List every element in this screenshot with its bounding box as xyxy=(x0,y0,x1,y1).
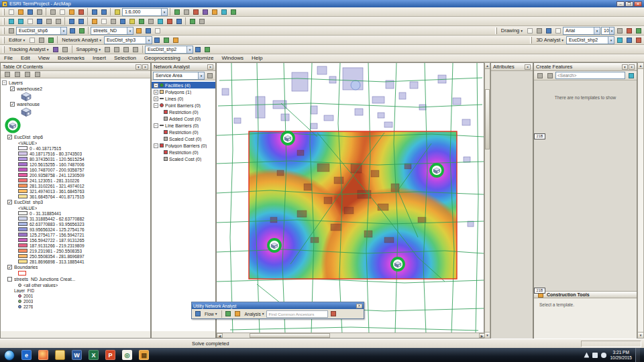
select-features-icon[interactable] xyxy=(90,17,99,25)
facility-symbol[interactable] xyxy=(2,117,150,134)
search-icon[interactable] xyxy=(219,8,228,16)
measure-icon[interactable] xyxy=(146,17,155,25)
legend-class[interactable]: 361.6845764 - 401.8717515 xyxy=(2,194,150,199)
trace-task-combo[interactable]: Find Common Ancestors xyxy=(266,310,328,318)
table-icon[interactable] xyxy=(182,8,191,16)
collapse-icon[interactable]: − xyxy=(154,143,158,148)
cut-icon[interactable] xyxy=(48,8,57,16)
legend-value[interactable]: 2003 xyxy=(2,298,150,304)
close-icon[interactable]: ✕ xyxy=(142,64,148,70)
expand-icon[interactable]: + xyxy=(154,83,158,88)
go-to-xy-icon[interactable] xyxy=(174,17,183,25)
toc-layer-eucdist6[interactable]: ✓ EucDist_shp6 xyxy=(2,134,150,140)
menu-file[interactable]: File xyxy=(0,54,17,62)
legend-class[interactable]: 281.8696898 - 313.1885441 xyxy=(2,259,150,264)
legend-class[interactable]: 160.7487007 - 200.9358757 xyxy=(2,167,150,172)
na-item-scaled-cost[interactable]: Scaled Cost (0) xyxy=(152,135,215,142)
save-icon[interactable] xyxy=(25,8,34,16)
toc-layer-eucdist3[interactable]: ✓ EucDist_shp3 xyxy=(2,199,150,205)
snapping-menu[interactable]: Snapping▾ xyxy=(74,46,103,52)
legend-class[interactable]: 250.5508354 - 281.8696897 xyxy=(2,253,150,259)
raster-layer-combo-5[interactable]: EucDist_shp2▾ xyxy=(145,46,193,54)
pan-hand-icon[interactable] xyxy=(25,17,34,25)
refresh-view-icon[interactable] xyxy=(188,17,197,25)
show-hidden-icons-icon[interactable] xyxy=(584,353,589,358)
filter-icon[interactable] xyxy=(545,72,554,80)
expand-icon[interactable]: + xyxy=(154,97,158,101)
playback-icon[interactable] xyxy=(52,46,60,54)
toc-root-layers[interactable]: − Layers xyxy=(2,80,150,86)
back-extent-icon[interactable] xyxy=(67,17,76,25)
snap-vertex-icon[interactable] xyxy=(122,46,131,54)
folder-explorer-icon[interactable] xyxy=(55,350,65,360)
organize-templates-icon[interactable] xyxy=(535,72,544,80)
menu-view[interactable]: View xyxy=(34,54,54,62)
contour-icon[interactable] xyxy=(77,27,86,35)
legend-class[interactable]: 156.5942722 - 187.9131265 xyxy=(2,237,150,243)
layer-list-icon[interactable] xyxy=(7,27,15,35)
raster-layer-combo-4[interactable]: EucDist_shp2▾ xyxy=(566,36,614,44)
pointer-icon[interactable] xyxy=(525,27,534,35)
menu-insert[interactable]: Insert xyxy=(89,54,110,62)
collapse-icon[interactable]: − xyxy=(154,123,158,128)
rotate-icon[interactable] xyxy=(535,27,543,35)
na-item-restriction[interactable]: Restriction (0) xyxy=(152,149,215,156)
na-item-restriction[interactable]: Restriction (0) xyxy=(152,109,215,115)
legend-class[interactable]: 31.31885442 - 62.63770882 xyxy=(2,216,150,221)
visibility-checkbox[interactable]: ✓ xyxy=(7,135,12,139)
close-icon[interactable]: ✕ xyxy=(629,64,635,70)
font-size-combo[interactable]: 10▾ xyxy=(601,27,614,35)
create-features-icon[interactable] xyxy=(46,36,55,44)
interpolate-line-icon[interactable] xyxy=(615,36,624,44)
editor-menu[interactable]: Editor▾ xyxy=(7,37,27,43)
solve-icon[interactable] xyxy=(172,36,180,44)
pause-drawing-icon[interactable] xyxy=(197,17,206,25)
legend-class[interactable]: 281.3102261 - 321.4974012 xyxy=(2,183,150,188)
legend-class[interactable]: 200.9358758 - 241.1230509 xyxy=(2,172,150,178)
maximize-button[interactable]: ❐ xyxy=(625,1,633,7)
undo-icon[interactable] xyxy=(90,8,99,16)
legend-class[interactable]: 187.9131266 - 219.2319809 xyxy=(2,243,150,248)
snap-end-icon[interactable] xyxy=(113,46,121,54)
open-folder-icon[interactable] xyxy=(16,8,25,16)
legend-class[interactable]: 0 - 40.18717515 xyxy=(2,145,150,151)
boundaries-symbol[interactable] xyxy=(2,270,150,276)
list-by-drawing-order-icon[interactable] xyxy=(3,70,11,78)
snap-edge-icon[interactable] xyxy=(131,46,140,54)
find-icon[interactable] xyxy=(156,17,164,25)
analysis-menu[interactable]: Analysis▾ xyxy=(243,312,266,316)
editor-pencil-icon[interactable] xyxy=(172,8,181,16)
map-horizontal-scrollbar[interactable]: ◀ ▶ xyxy=(217,333,485,338)
utility-network-analyst-toolbar[interactable]: Utility Network Analyst ✕ Flow▾ Analysis… xyxy=(191,302,364,319)
volume-icon[interactable] xyxy=(601,353,606,358)
internet-explorer-icon[interactable]: e xyxy=(21,350,32,360)
menu-help[interactable]: Help xyxy=(248,54,266,62)
flow-menu[interactable]: Flow▾ xyxy=(203,312,219,316)
start-button[interactable] xyxy=(4,350,15,361)
catalog-icon[interactable] xyxy=(210,8,219,16)
na-item-scaled-cost[interactable]: Scaled Cost (0) xyxy=(152,156,215,162)
taskbar-clock[interactable]: 3:21 PM 10/29/2015 xyxy=(610,350,632,361)
construction-tools-header[interactable]: Construction Tools xyxy=(534,291,637,298)
zoom-out-icon[interactable] xyxy=(16,17,25,25)
expand-icon[interactable]: + xyxy=(154,90,158,95)
legend-all-other-values[interactable]: <all other values> xyxy=(2,282,150,288)
na-item-added-cost[interactable]: Added Cost (0) xyxy=(152,115,215,122)
network-dataset-combo[interactable]: streets_ND▾ xyxy=(91,27,133,35)
snap-point-icon[interactable] xyxy=(103,46,112,54)
powerpoint-icon[interactable]: P xyxy=(105,350,115,360)
close-button[interactable]: ✕ xyxy=(634,1,642,7)
menu-windows[interactable]: Windows xyxy=(217,54,247,62)
legend-class[interactable]: 0 - 31.31885441 xyxy=(2,210,150,216)
visibility-checkbox[interactable] xyxy=(7,277,12,282)
add-data-icon[interactable] xyxy=(113,8,121,16)
na-item-lines[interactable]: + Lines (0) xyxy=(152,95,215,102)
copy-icon[interactable] xyxy=(58,8,66,16)
profile-graph-icon[interactable] xyxy=(625,36,633,44)
arcmap-icon[interactable]: ◎ xyxy=(122,350,132,360)
network-analyst-menu[interactable]: Network Analyst▾ xyxy=(60,37,103,43)
create-network-location-icon[interactable] xyxy=(162,36,171,44)
firefox-icon[interactable] xyxy=(38,350,48,360)
solve-trace-icon[interactable] xyxy=(329,310,337,318)
excel-icon[interactable]: X xyxy=(89,350,99,360)
